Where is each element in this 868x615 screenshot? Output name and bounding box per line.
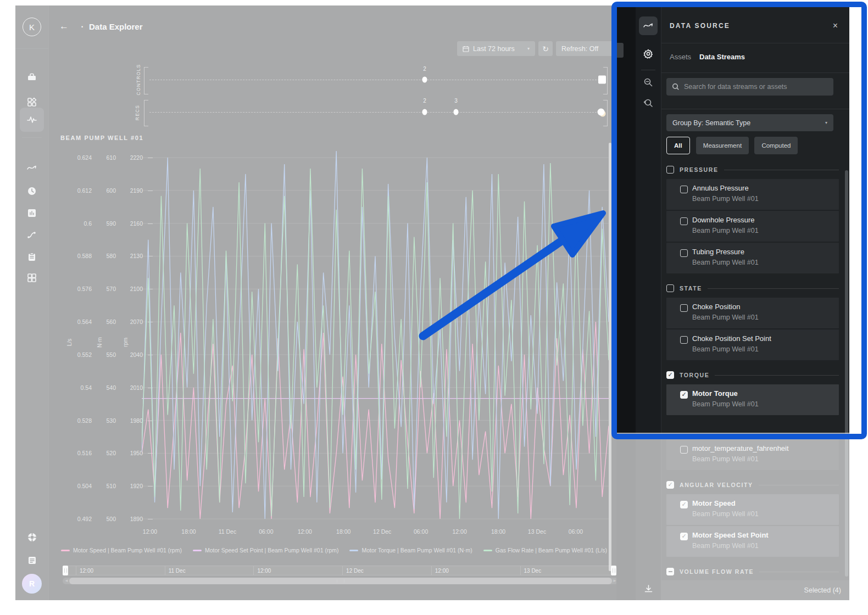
screenshot-root: { "accent":{"highlight_blue":"#1158d4"},… xyxy=(0,0,868,615)
highlight-box xyxy=(611,2,867,439)
panel-lower-dim-overlay xyxy=(616,433,849,600)
